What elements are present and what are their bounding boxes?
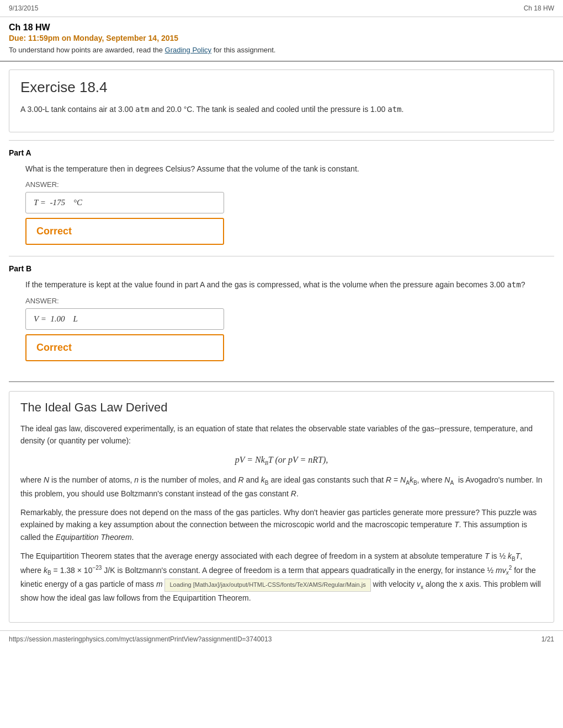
part-b-answer-value: V = 1.00 L xyxy=(34,314,78,324)
grading-line: To understand how points are awarded, re… xyxy=(9,46,554,54)
atm-mono-1: atm xyxy=(135,105,149,114)
derived-para-1: The ideal gas law, discovered experiment… xyxy=(20,422,543,447)
part-b-question: If the temperature is kept at the value … xyxy=(25,279,554,291)
exercise-box: Exercise 18.4 A 3.00-L tank contains air… xyxy=(9,69,554,132)
part-b-correct-box: Correct xyxy=(25,334,224,361)
due-date: Due: 11:59pm on Monday, September 14, 20… xyxy=(9,34,554,42)
header-section: Ch 18 HW Due: 11:59pm on Monday, Septemb… xyxy=(0,17,563,62)
part-a-answer-input[interactable]: T = -175 °C xyxy=(25,192,224,213)
top-bar: 9/13/2015 Ch 18 HW xyxy=(0,0,563,17)
derived-para-3: Remarkably, the pressure does not depend… xyxy=(20,506,543,543)
atm-mono-2: atm xyxy=(387,105,401,114)
derived-para-4: The Equipartition Theorem states that th… xyxy=(20,550,543,604)
grading-policy-link[interactable]: Grading Policy xyxy=(165,46,212,54)
part-a-label: Part A xyxy=(9,148,554,157)
part-b-label: Part B xyxy=(9,264,554,273)
grading-text-before: To understand how points are awarded, re… xyxy=(9,46,165,54)
part-b-answer-input[interactable]: V = 1.00 L xyxy=(25,308,224,330)
top-bar-title: Ch 18 HW xyxy=(524,4,554,12)
derived-title: The Ideal Gas Law Derived xyxy=(20,400,543,415)
bottom-bar: https://session.masteringphysics.com/myc… xyxy=(0,630,563,647)
bottom-url: https://session.masteringphysics.com/myc… xyxy=(9,635,272,643)
exercise-title: Exercise 18.4 xyxy=(20,79,543,96)
atm-mono-3: atm xyxy=(507,280,520,289)
part-a-answer-value: T = -175 °C xyxy=(34,198,82,207)
part-b-section: Part B If the temperature is kept at the… xyxy=(0,256,563,372)
bottom-page: 1/21 xyxy=(541,635,554,643)
part-a-correct-label: Correct xyxy=(36,226,72,237)
part-a-correct-box: Correct xyxy=(25,218,224,245)
part-a-answer-label: ANSWER: xyxy=(25,180,554,189)
part-b-correct-label: Correct xyxy=(36,342,72,353)
derived-box: The Ideal Gas Law Derived The ideal gas … xyxy=(9,391,554,623)
grading-text-after: for this assignment. xyxy=(211,46,275,54)
loading-bar: Loading [MathJax]/jax/output/HTML-CSS/fo… xyxy=(164,579,370,592)
derived-para-2: where N is the number of atoms, n is the… xyxy=(20,474,543,500)
derived-equation-1: pV = NkBT (or pV = nRT), xyxy=(20,455,543,466)
section-divider xyxy=(9,381,554,382)
part-a-section: Part A What is the temperature then in d… xyxy=(0,141,563,256)
exercise-problem: A 3.00-L tank contains air at 3.00 atm a… xyxy=(20,104,543,115)
hw-title: Ch 18 HW xyxy=(9,23,554,33)
part-b-answer-label: ANSWER: xyxy=(25,297,554,305)
top-bar-date: 9/13/2015 xyxy=(9,4,38,12)
part-a-question: What is the temperature then in degrees … xyxy=(25,163,554,175)
